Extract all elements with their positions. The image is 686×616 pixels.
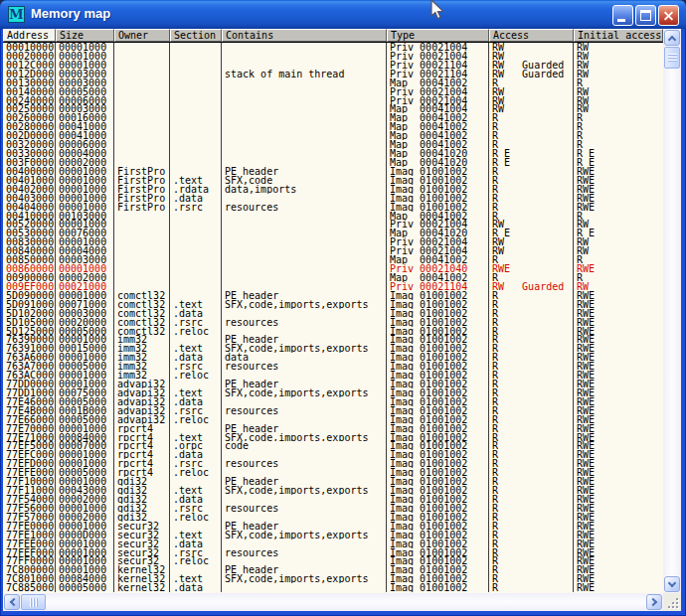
table-row[interactable]: 77F5600000001000gdi32.rsrcresourcesImag …	[3, 504, 663, 513]
table-row[interactable]: 0013000000003000Map 00041002RR	[3, 78, 663, 87]
table-row[interactable]: 7C88500000005000kernel32.dataImag 010010…	[3, 583, 663, 592]
table-row[interactable]: 0053000000076000Map 00041020R ER E	[3, 229, 663, 237]
table-row[interactable]: 77F1100000043000gdi32.textSFX,code,impor…	[3, 486, 663, 495]
table-row[interactable]: 0040000000001000FirstProPE headerImag 01…	[3, 167, 663, 176]
table-row[interactable]: 763A600000001000imm32.datadataImag 01001…	[3, 353, 663, 362]
column-header-contains[interactable]: Contains	[222, 29, 387, 42]
table-row[interactable]: 0084000000004000Priv 00021004RWRW	[3, 246, 663, 255]
column-header-initial-access[interactable]: Initial access	[574, 29, 663, 42]
table-row[interactable]: 77FE10000000D000secur32.textSFX,code,imp…	[3, 531, 663, 539]
table-row[interactable]: 77FF000000001000secur32.relocImag 010010…	[3, 556, 663, 565]
cell-addr: 77FE1000	[3, 531, 56, 539]
cell-acc: RWE	[489, 264, 574, 273]
table-row[interactable]: 5D09000000001000comctl32PE headerImag 01…	[3, 291, 663, 300]
table-row[interactable]: 77FE000000001000secur32PE headerImag 010…	[3, 522, 663, 531]
minimize-button[interactable]	[612, 5, 633, 26]
cell-owner	[114, 96, 170, 105]
vertical-scroll-thumb[interactable]	[664, 47, 680, 69]
table-row[interactable]: 77E7100000084000rpcrt4.textSFX,code,impo…	[3, 433, 663, 442]
table-row[interactable]: 0041000000103000Map 00041002RR	[3, 212, 663, 221]
table-row[interactable]: 5D10500000020000comctl32.rsrcresourcesIm…	[3, 318, 663, 327]
scroll-up-button[interactable]	[664, 30, 680, 46]
table-row[interactable]: 77F5700000002000gdi32.relocImag 01001002…	[3, 513, 663, 522]
table-row[interactable]: 5D10200000003000comctl32.dataImag 010010…	[3, 309, 663, 318]
table-row[interactable]: 763AC00000001000imm32.relocImag 01001002…	[3, 371, 663, 380]
column-header-address[interactable]: Address	[3, 29, 56, 42]
column-header-size[interactable]: Size	[56, 29, 114, 42]
cell-addr: 77EFD000	[3, 459, 56, 468]
table-row[interactable]: 77FEF00000001000secur32.rsrcresourcesIma…	[3, 548, 663, 557]
resize-grip[interactable]	[663, 593, 681, 611]
title-bar[interactable]: M Memory map	[0, 0, 686, 29]
cell-type: Priv 00021004	[387, 246, 489, 255]
table-row[interactable]: 0025000000003000Map 00041004RWRW	[3, 104, 663, 113]
table-row[interactable]: 0032000000006000Map 00041002RR	[3, 140, 663, 149]
table-row[interactable]: 7C80100000084000kernel32.textSFX,code,im…	[3, 574, 663, 583]
table-row[interactable]: 77DD000000001000advapi32PE headerImag 01…	[3, 380, 663, 388]
cell-cont: PE header	[222, 424, 387, 433]
table-row[interactable]: 77E4600000005000advapi32.dataImag 010010…	[3, 397, 663, 406]
cell-addr: 7C885000	[3, 583, 56, 592]
cell-size: 00001000	[56, 52, 114, 61]
scroll-down-button[interactable]	[664, 576, 680, 592]
table-row[interactable]: 77EFC00000001000rpcrt4.dataImag 01001002…	[3, 450, 663, 459]
table-row[interactable]: 003F000000002000Map 00041020R ER E	[3, 158, 663, 167]
table-row[interactable]: 77FEE00000001000secur32.dataImag 0100100…	[3, 539, 663, 548]
table-row[interactable]: 0086000000001000Priv 00021040RWERWE	[3, 264, 663, 273]
table-row[interactable]: 0028000000041000Map 00041002RR	[3, 122, 663, 131]
maximize-button[interactable]	[635, 5, 656, 26]
table-row[interactable]: 0014000000005000Priv 00021004RWRW	[3, 87, 663, 96]
table-row[interactable]: 0085000000003000Map 00041002RR	[3, 255, 663, 264]
table-row[interactable]: 0040400000001000FirstPro.rsrcresourcesIm…	[3, 203, 663, 212]
table-row[interactable]: 009EF00000021000Priv 00021104RW GuardedR…	[3, 282, 663, 291]
vertical-scrollbar[interactable]	[663, 29, 681, 593]
cell-cont	[222, 52, 387, 61]
table-row[interactable]: 77E6600000005000advapi32.relocImag 01001…	[3, 415, 663, 424]
table-row[interactable]: 77EFE00000005000rpcrt4.relocImag 0100100…	[3, 468, 663, 477]
table-row[interactable]: 0040100000001000FirstPro.textSFX,codeIma…	[3, 176, 663, 185]
table-row[interactable]: 77F1000000001000gdi32PE headerImag 01001…	[3, 477, 663, 486]
table-row[interactable]: 0040200000001000FirstPro.rdatadata,impor…	[3, 185, 663, 194]
table-row[interactable]: 5D09100000071000comctl32.textSFX,code,im…	[3, 300, 663, 309]
table-row[interactable]: 0002000000001000Priv 00021004RWRW	[3, 52, 663, 61]
table-row[interactable]: 7639100000015000imm32.textSFX,code,impor…	[3, 344, 663, 353]
table-row[interactable]: 77EF500000007000rpcrt4.orpccodeImag 0100…	[3, 441, 663, 450]
table-row[interactable]: 5D12500000005000comctl32.relocImag 01001…	[3, 327, 663, 336]
column-header-access[interactable]: Access	[489, 29, 574, 42]
scroll-right-button[interactable]	[646, 594, 662, 610]
table-row[interactable]: 0040300000001000FirstPro.dataImag 010010…	[3, 194, 663, 203]
horizontal-scroll-thumb[interactable]	[21, 594, 46, 610]
column-header-type[interactable]: Type	[387, 29, 489, 42]
close-button[interactable]	[658, 5, 679, 26]
table-row[interactable]: 0033000000004000Map 00041020R ER E	[3, 149, 663, 158]
horizontal-scrollbar[interactable]	[3, 593, 663, 611]
window-icon[interactable]: M	[8, 6, 25, 23]
table-row[interactable]: 763A700000005000imm32.rsrcresourcesImag …	[3, 362, 663, 371]
table-row[interactable]: 77F5400000002000gdi32.dataImag 01001002R…	[3, 495, 663, 504]
table-row[interactable]: 0083000000001000Priv 00021004RWRW	[3, 237, 663, 246]
cell-size: 00002000	[56, 158, 114, 167]
scroll-left-button[interactable]	[4, 594, 20, 610]
table-row[interactable]: 7C80000000001000kernel32PE headerImag 01…	[3, 565, 663, 574]
table-row[interactable]: 77E7000000001000rpcrt4PE headerImag 0100…	[3, 424, 663, 433]
cell-size: 00001000	[56, 264, 114, 273]
cell-sect: .reloc	[170, 415, 222, 424]
table-row[interactable]: 0001000000001000Priv 00021004RWRW	[3, 43, 663, 52]
grip-dot-icon	[676, 598, 678, 600]
table-row[interactable]: 77E4B0000001B000advapi32.rsrcresourcesIm…	[3, 406, 663, 415]
cell-sect: .reloc	[170, 327, 222, 336]
table-row[interactable]: 77EFD00000001000rpcrt4.rsrcresourcesImag…	[3, 459, 663, 468]
table-row[interactable]: 0090000000002000Map 00041002RR	[3, 273, 663, 282]
column-header-section[interactable]: Section	[170, 29, 222, 42]
column-header-owner[interactable]: Owner	[114, 29, 170, 42]
cell-cont	[222, 539, 387, 548]
table-row[interactable]: 77DD100000075000advapi32.textSFX,code,im…	[3, 388, 663, 397]
table-row[interactable]: 0012D00000003000stack of main threadPriv…	[3, 70, 663, 78]
table-row[interactable]: 7639000000001000imm32PE headerImag 01001…	[3, 335, 663, 344]
table-row[interactable]: 0012C00000001000Priv 00021104RW GuardedR…	[3, 61, 663, 70]
table-row[interactable]: 002D000000041000Map 00041002RR	[3, 131, 663, 140]
table-row[interactable]: 0052000000001000Priv 00021004RWRW	[3, 220, 663, 229]
table-row[interactable]: 0026000000016000Map 00041002RR	[3, 113, 663, 122]
table-row[interactable]: 0024000000006000Priv 00021004RWRW	[3, 96, 663, 105]
cell-addr: 76391000	[3, 344, 56, 353]
